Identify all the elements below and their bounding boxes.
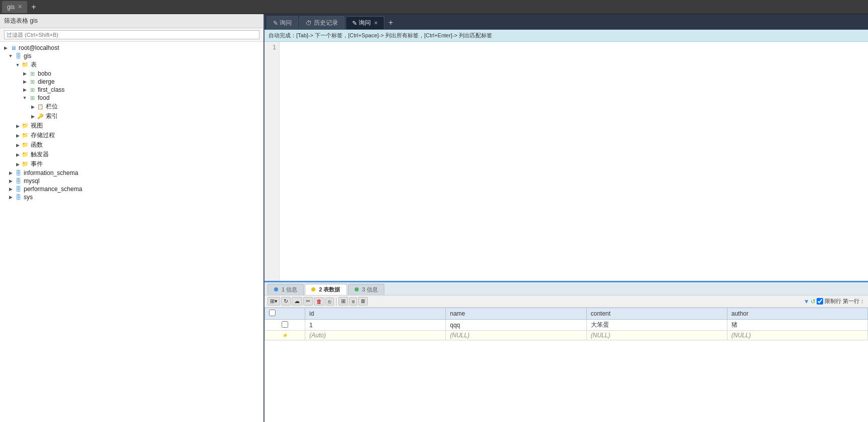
perf-schema-label: performance_schema [24, 186, 82, 193]
functions-folder-icon: 📁 [21, 142, 29, 149]
dierge-label: dierge [38, 78, 54, 85]
limit-label: 限制行 [825, 297, 841, 305]
top-tab-close[interactable]: ✕ [18, 4, 22, 10]
indexes-toggle[interactable]: ▶ [29, 114, 36, 119]
rtab-info1[interactable]: 1 信息 [268, 284, 304, 295]
bobo-toggle[interactable]: ▶ [21, 71, 28, 76]
toolbar-btn-delete[interactable]: 🗑 [314, 297, 324, 306]
qtab-query1[interactable]: ✎ 询问 [266, 16, 298, 29]
qtab-history[interactable]: ⏱ 历史记录 [299, 16, 344, 29]
tree-node-functions[interactable]: ▶ 📁 函数 [0, 140, 263, 150]
rtab-tabledata[interactable]: 2 表数据 [305, 284, 347, 295]
limit-checkbox[interactable] [817, 298, 823, 305]
limit-first-label: 第一行： [843, 297, 865, 305]
tables-toggle[interactable]: ▼ [14, 63, 21, 68]
qtab-query2-close[interactable]: ✕ [374, 20, 378, 26]
select-all-checkbox[interactable] [269, 310, 276, 316]
mysql-toggle[interactable]: ▶ [7, 178, 14, 184]
tree-node-columns[interactable]: ▶ 📋 栏位 [0, 102, 263, 111]
editor-body[interactable]: 1 [264, 42, 868, 281]
tree-node-views[interactable]: ▶ 📁 视图 [0, 121, 263, 131]
th-name: name [446, 308, 586, 320]
tables-label: 表 [31, 61, 37, 69]
tree-node-sys[interactable]: ▶ 🗄 sys [0, 193, 263, 201]
new-cell-author[interactable]: (NULL) [727, 331, 867, 340]
cell-name[interactable]: qqq [446, 320, 586, 331]
main-layout: 筛选表格 gis ▶ 🖥 root@localhost ▼ 🗄 gis [0, 14, 868, 422]
cell-author[interactable]: 猪 [727, 320, 867, 331]
qtab-query2[interactable]: ✎ 询问 ✕ [346, 16, 384, 29]
sys-db-icon: 🗄 [14, 194, 22, 201]
top-tab-add[interactable]: + [28, 3, 39, 12]
filter-input[interactable] [4, 30, 259, 39]
toolbar-btn-view-list[interactable]: ≡ [349, 297, 357, 306]
tree-node-bobo[interactable]: ▶ ⊞ bobo [0, 70, 263, 78]
data-table-wrap: id name content author [264, 308, 868, 422]
views-folder-icon: 📁 [21, 123, 29, 130]
toolbar-btn-cancel[interactable]: ⎋ [325, 297, 334, 306]
row-checkbox[interactable] [282, 321, 288, 328]
tree-node-tables[interactable]: ▼ 📁 表 [0, 60, 263, 70]
views-label: 视图 [31, 122, 43, 130]
toolbar-btn-view-table[interactable]: ≣ [358, 297, 368, 306]
views-toggle[interactable]: ▶ [14, 124, 21, 129]
bobo-table-icon: ⊞ [28, 70, 36, 77]
qtab-query1-icon: ✎ [273, 20, 278, 27]
rtab-info3[interactable]: 3 信息 [348, 284, 384, 295]
tree-node-triggers[interactable]: ▶ 📁 触发器 [0, 150, 263, 159]
root-toggle[interactable]: ▶ [2, 45, 9, 50]
events-label: 事件 [31, 160, 43, 168]
first-class-toggle[interactable]: ▶ [21, 87, 28, 92]
indexes-label: 索引 [46, 112, 58, 120]
new-cell-content[interactable]: (NULL) [586, 331, 727, 340]
tree-node-gis[interactable]: ▼ 🗄 gis [0, 52, 263, 60]
new-cell-id[interactable]: (Auto) [305, 331, 446, 340]
top-tab-label: gis [7, 4, 15, 11]
functions-toggle[interactable]: ▶ [14, 143, 21, 148]
toolbar-btn-view-grid[interactable]: ⊞ [339, 297, 348, 306]
cell-id[interactable]: 1 [305, 320, 446, 331]
tables-folder-icon: 📁 [21, 62, 29, 69]
tree-node-information-schema[interactable]: ▶ 🗄 information_schema [0, 169, 263, 177]
tree-node-events[interactable]: ▶ 📁 事件 [0, 159, 263, 169]
top-tab-gis[interactable]: gis ✕ [2, 1, 27, 13]
sys-toggle[interactable]: ▶ [7, 195, 14, 200]
tree-node-dierge[interactable]: ▶ ⊞ dierge [0, 78, 263, 86]
tree-node-first-class[interactable]: ▶ ⊞ first_class [0, 86, 263, 94]
table-new-row: ★ (Auto) (NULL) (NULL) (NULL) [265, 331, 868, 340]
events-toggle[interactable]: ▶ [14, 162, 21, 167]
procedures-toggle[interactable]: ▶ [14, 133, 21, 138]
toolbar-btn-refresh[interactable]: ↻ [281, 297, 291, 306]
cell-content[interactable]: 大笨蛋 [586, 320, 727, 331]
result-panel: 1 信息 2 表数据 3 信息 ⊞▾ ↻ ☁ ✂ 🗑 ⎋ [264, 281, 868, 422]
tree-node-indexes[interactable]: ▶ 🔑 索引 [0, 111, 263, 121]
result-toolbar: ⊞▾ ↻ ☁ ✂ 🗑 ⎋ ⊞ ≡ ≣ ▼ ↺ 限制行 第一行： [264, 295, 868, 308]
qtab-query1-label: 询问 [280, 19, 292, 27]
info-schema-label: information_schema [24, 169, 78, 176]
food-toggle[interactable]: ▼ [21, 95, 28, 100]
triggers-folder-icon: 📁 [21, 151, 29, 158]
dierge-toggle[interactable]: ▶ [21, 79, 28, 84]
toolbar-btn-grid-dropdown[interactable]: ⊞▾ [268, 297, 280, 306]
editor-content[interactable] [280, 42, 868, 281]
new-cell-name[interactable]: (NULL) [446, 331, 586, 340]
qtab-query2-label: 询问 [359, 19, 371, 27]
perf-schema-toggle[interactable]: ▶ [7, 187, 14, 192]
columns-toggle[interactable]: ▶ [29, 104, 36, 109]
tree-node-food[interactable]: ▼ ⊞ food [0, 94, 263, 102]
table-row: 1 qqq 大笨蛋 猪 [265, 320, 868, 331]
tree-node-procedures[interactable]: ▶ 📁 存储过程 [0, 131, 263, 140]
gis-toggle[interactable]: ▼ [7, 53, 14, 58]
table-header-row: id name content author [265, 308, 868, 320]
toolbar-btn-save[interactable]: ☁ [292, 297, 302, 306]
top-bar: gis ✕ + [0, 0, 868, 14]
triggers-toggle[interactable]: ▶ [14, 152, 21, 157]
tree-root[interactable]: ▶ 🖥 root@localhost [0, 44, 263, 52]
tree-node-performance-schema[interactable]: ▶ 🗄 performance_schema [0, 185, 263, 193]
qtab-add-button[interactable]: + [385, 18, 396, 27]
food-table-icon: ⊞ [28, 94, 36, 101]
tree-node-mysql[interactable]: ▶ 🗄 mysql [0, 177, 263, 185]
filter-icon: ▼ [804, 298, 810, 305]
toolbar-btn-cut[interactable]: ✂ [303, 297, 313, 306]
info-schema-toggle[interactable]: ▶ [7, 170, 14, 175]
